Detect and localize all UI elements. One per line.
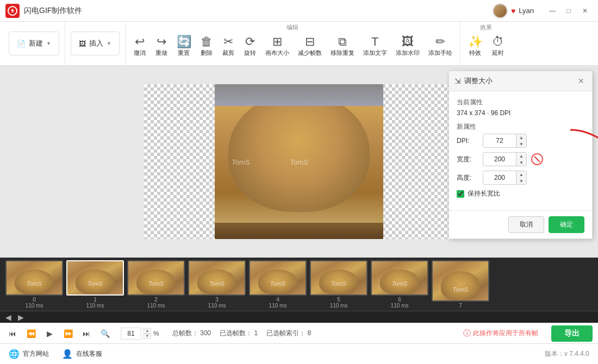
titlebar: 闪电GIF制作软件 ♥ Lyan — □ ✕ bbox=[0, 0, 598, 22]
frame-5[interactable]: TomS 5 110 ms bbox=[309, 260, 369, 309]
frame-time-2: 110 ms bbox=[147, 303, 165, 309]
reduce-frames-button[interactable]: ⊟ 减少帧数 bbox=[295, 34, 325, 59]
effect-icon: ✨ bbox=[468, 36, 483, 48]
frame-info-7: 7 bbox=[459, 303, 462, 309]
maximize-button[interactable]: □ bbox=[561, 5, 576, 17]
width-row: 宽度: ▲ ▼ bbox=[457, 152, 584, 166]
frame-info-3: 3 110 ms bbox=[208, 297, 226, 309]
crop-button[interactable]: ✂ 裁剪 bbox=[219, 34, 238, 59]
height-spinner: ▲ ▼ bbox=[516, 171, 526, 184]
frame-0[interactable]: TomS 0 110 ms bbox=[4, 260, 64, 309]
effect-button[interactable]: ✨ 特效 bbox=[465, 34, 486, 59]
undo-icon: ↩ bbox=[135, 36, 145, 48]
watermark-1: TomS bbox=[232, 158, 250, 166]
remove-dup-button[interactable]: ⧉ 移除重复 bbox=[327, 34, 358, 59]
effect-tools: ✨ 特效 ⏱ 延时 bbox=[465, 34, 508, 64]
insert-arrow-icon: ▼ bbox=[107, 41, 111, 46]
dpi-input[interactable] bbox=[483, 134, 516, 147]
rotate-button[interactable]: ⟳ 旋转 bbox=[240, 34, 260, 59]
dpi-down-button[interactable]: ▼ bbox=[516, 141, 526, 147]
zoom-input[interactable] bbox=[121, 328, 141, 340]
dpi-spinner: ▲ ▼ bbox=[516, 134, 526, 147]
bg-bottom bbox=[215, 223, 383, 239]
first-frame-button[interactable]: ⏮ bbox=[5, 327, 20, 341]
close-button[interactable]: ✕ bbox=[577, 5, 593, 17]
window-controls: — □ ✕ bbox=[545, 5, 593, 17]
last-frame-button[interactable]: ⏭ bbox=[79, 327, 94, 341]
width-down-button[interactable]: ▼ bbox=[516, 159, 526, 166]
tl-next-button[interactable]: ▶ bbox=[16, 312, 26, 323]
tl-prev-button[interactable]: ◀ bbox=[3, 312, 14, 323]
stats-area: 总帧数： 300 已选帧数： 1 已选帧索引： 8 bbox=[172, 329, 311, 338]
delay-icon: ⏱ bbox=[492, 36, 504, 48]
width-input[interactable] bbox=[483, 153, 516, 166]
zoom-down-button[interactable]: ▼ bbox=[144, 334, 151, 339]
zoom-fit-button[interactable]: 🔍 bbox=[98, 327, 112, 341]
frame-6[interactable]: TomS 6 110 ms bbox=[370, 260, 429, 309]
export-button[interactable]: 导出 bbox=[551, 325, 593, 342]
service-icon: 👤 bbox=[62, 349, 73, 359]
notice-text: 此操作将应用于所有帧 bbox=[473, 329, 538, 338]
selected-frames-label: 已选帧数： 1 bbox=[220, 329, 258, 338]
frame-time-5: 110 ms bbox=[330, 303, 348, 309]
avatar bbox=[493, 3, 508, 18]
timeline: TomS 0 110 ms TomS bbox=[0, 258, 598, 323]
keep-ratio-checkbox[interactable] bbox=[457, 190, 464, 198]
version-text: 版本：v 7.4.4.0 bbox=[545, 349, 589, 359]
frame-info-5: 5 110 ms bbox=[330, 297, 348, 309]
effect-section-label: 效果 bbox=[465, 23, 508, 32]
panel-close-button[interactable]: ✕ bbox=[576, 76, 587, 86]
frame-index-1: 1 bbox=[94, 297, 97, 303]
height-up-button[interactable]: ▲ bbox=[516, 171, 526, 178]
panel-footer: 取消 确定 bbox=[449, 210, 592, 239]
frame-time-6: 110 ms bbox=[391, 303, 409, 309]
cancel-button[interactable]: 取消 bbox=[508, 216, 544, 233]
canvas-size-button[interactable]: ⊞ 画布大小 bbox=[262, 34, 292, 59]
insert-button[interactable]: 🖼 插入 ▼ bbox=[71, 32, 120, 55]
bg-top bbox=[215, 84, 383, 106]
frame-4[interactable]: TomS 4 110 ms bbox=[248, 260, 308, 309]
add-text-button[interactable]: T 添加文字 bbox=[360, 34, 390, 59]
next-frame-button[interactable]: ⏩ bbox=[61, 327, 75, 341]
new-icon: 📄 bbox=[17, 40, 26, 48]
frame-1[interactable]: TomS 1 110 ms bbox=[65, 260, 125, 309]
undo-button[interactable]: ↩ 撤消 bbox=[130, 34, 149, 59]
keep-ratio-row: 保持长宽比 bbox=[457, 189, 584, 198]
selected-index-label: 已选帧索引： 8 bbox=[266, 329, 311, 338]
width-up-button[interactable]: ▲ bbox=[516, 153, 526, 159]
minimize-button[interactable]: — bbox=[545, 5, 560, 17]
confirm-button[interactable]: 确定 bbox=[549, 216, 584, 233]
frame-2[interactable]: TomS 2 110 ms bbox=[126, 260, 186, 309]
statusbar: 🌐 官方网站 👤 在线客服 版本：v 7.4.4.0 bbox=[0, 343, 598, 364]
no-link-icon bbox=[531, 153, 543, 165]
zoom-up-button[interactable]: ▲ bbox=[144, 328, 151, 334]
frame-3[interactable]: TomS 3 110 ms bbox=[187, 260, 247, 309]
dpi-up-button[interactable]: ▲ bbox=[516, 134, 526, 141]
redo-button[interactable]: ↪ 重做 bbox=[152, 34, 171, 59]
delay-button[interactable]: ⏱ 延时 bbox=[488, 34, 508, 59]
timeline-scroll[interactable]: TomS 0 110 ms TomS bbox=[0, 258, 598, 311]
website-link[interactable]: 🌐 官方网站 bbox=[9, 349, 49, 359]
prev-frame-button[interactable]: ⏪ bbox=[24, 327, 38, 341]
service-link[interactable]: 👤 在线客服 bbox=[62, 349, 102, 359]
reset-button[interactable]: 🔄 重置 bbox=[173, 34, 195, 59]
frame-thumb-6: TomS bbox=[371, 260, 428, 296]
frame-7[interactable]: TomS 7 bbox=[431, 260, 490, 309]
play-button[interactable]: ▶ bbox=[42, 327, 57, 341]
notice-area: ⓘ 此操作将应用于所有帧 bbox=[463, 329, 538, 338]
username: Lyan bbox=[519, 7, 534, 15]
panel-resize-icon: ⇲ bbox=[454, 77, 461, 85]
height-row: 高度: ▲ ▼ bbox=[457, 171, 584, 185]
frame-index-7: 7 bbox=[459, 303, 462, 309]
frame-index-6: 6 bbox=[398, 297, 401, 303]
delete-button[interactable]: 🗑 删除 bbox=[197, 34, 216, 59]
add-handwrite-icon: ✏ bbox=[435, 36, 445, 48]
height-input[interactable] bbox=[483, 171, 516, 184]
add-handwrite-button[interactable]: ✏ 添加手绘 bbox=[425, 34, 456, 59]
new-button[interactable]: 📄 新建 ▼ bbox=[9, 32, 59, 55]
add-watermark-button[interactable]: 🖼 添加水印 bbox=[393, 34, 423, 59]
bottombar: ⏮ ⏪ ▶ ⏩ ⏭ 🔍 ▲ ▼ % 总帧数： 300 已选帧数： 1 已选帧索引… bbox=[0, 323, 598, 343]
current-props-label: 当前属性 bbox=[457, 98, 584, 107]
height-down-button[interactable]: ▼ bbox=[516, 178, 526, 184]
height-input-wrap: ▲ ▼ bbox=[483, 171, 527, 185]
